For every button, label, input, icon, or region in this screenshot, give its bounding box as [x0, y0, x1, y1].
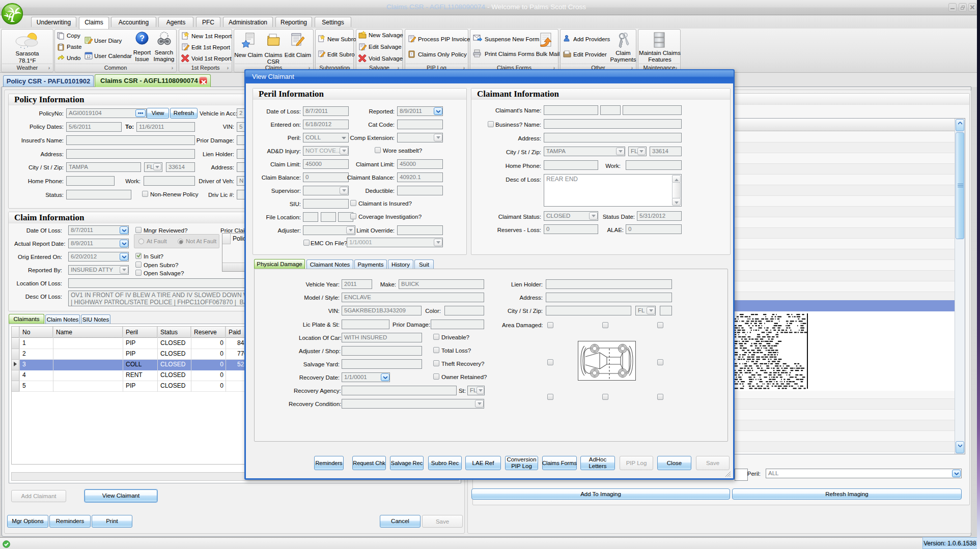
svg-text:?: ?	[139, 34, 145, 43]
svg-text:!: !	[411, 52, 412, 56]
svg-text:12: 12	[87, 55, 91, 59]
